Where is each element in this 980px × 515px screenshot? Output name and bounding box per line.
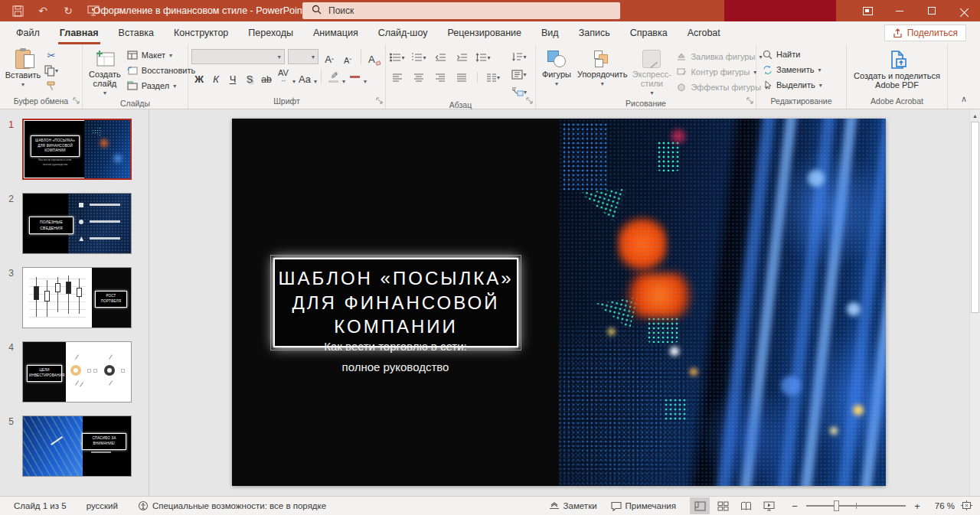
tab-slideshow[interactable]: Слайд-шоу: [368, 21, 438, 44]
group-acrobat: Создать и поделиться Adobe PDF Adobe Acr…: [847, 44, 948, 109]
slide-editing-area[interactable]: ШАБЛОН «ПОСЫЛКА» ДЛЯ ФИНАНСОВОЙ КОМПАНИИ…: [232, 119, 886, 486]
bold-button[interactable]: Ж: [191, 68, 207, 85]
shapes-button[interactable]: Фигуры ▾: [539, 47, 574, 98]
slide-title-box[interactable]: ШАБЛОН «ПОСЫЛКА» ДЛЯ ФИНАНСОВОЙ КОМПАНИИ: [273, 258, 518, 347]
copy-button[interactable]: ▾: [43, 63, 60, 78]
thumbnail-slide-5[interactable]: 5 СПАСИБО ЗА ВНИМАНИЕ!: [0, 416, 149, 477]
quick-styles-button[interactable]: Экспресс-стили ▾: [630, 47, 673, 98]
align-right-button[interactable]: [432, 70, 449, 85]
clear-formatting-button[interactable]: А: [367, 48, 382, 65]
thumbnail-slide-1[interactable]: 1 ШАБЛОН «ПОСЫЛКА» ДЛЯ ФИНАНСОВОЙ КОМПАН…: [0, 119, 149, 180]
slide-sorter-view-button[interactable]: [713, 497, 733, 514]
start-slideshow-icon[interactable]: [87, 4, 100, 18]
thumbnail-slide-3[interactable]: 3 РОСТ ПОРТФЕЛЯ: [0, 267, 149, 328]
share-button[interactable]: Поделиться: [884, 24, 966, 41]
scrollbar-thumb[interactable]: [971, 122, 979, 313]
search-input[interactable]: [328, 5, 589, 16]
scroll-up-icon[interactable]: ▲: [970, 109, 980, 122]
arrange-button[interactable]: Упорядочить ▾: [574, 47, 630, 98]
font-size-combobox[interactable]: ▾: [288, 49, 318, 64]
minimize-button[interactable]: [884, 0, 916, 21]
save-icon[interactable]: [11, 4, 24, 18]
zoom-in-button[interactable]: +: [912, 500, 923, 512]
account-area[interactable]: [724, 0, 836, 21]
tab-transitions[interactable]: Переходы: [238, 21, 303, 44]
zoom-out-button[interactable]: −: [789, 500, 800, 512]
notes-toggle[interactable]: Заметки: [549, 501, 597, 510]
slide-counter[interactable]: Слайд 1 из 5: [14, 501, 67, 510]
comments-toggle[interactable]: Примечания: [611, 501, 676, 511]
character-spacing-button[interactable]: AV↔: [276, 68, 291, 85]
search-box[interactable]: [302, 2, 620, 19]
thumbnail-slide-4[interactable]: 4 ЦЕЛИ ИНВЕСТИРОВАНИЯ: [0, 341, 149, 403]
zoom-level[interactable]: 76 %: [923, 501, 955, 510]
bullets-button[interactable]: ▾: [389, 50, 406, 65]
tab-insert[interactable]: Вставка: [109, 21, 164, 44]
font-color-button[interactable]: [347, 68, 362, 85]
maximize-button[interactable]: [916, 0, 948, 21]
replace-button[interactable]: Заменить▾: [760, 62, 843, 77]
tab-design[interactable]: Конструктор: [164, 21, 238, 44]
highlight-color-button[interactable]: ✎: [325, 68, 341, 85]
section-button[interactable]: Раздел▾: [124, 78, 198, 93]
reset-button[interactable]: Восстановить: [124, 63, 198, 78]
ribbon-display-options-button[interactable]: [851, 0, 884, 21]
line-spacing-button[interactable]: ▾: [475, 50, 492, 65]
font-name-combobox[interactable]: ▾: [191, 49, 285, 64]
accessibility-status[interactable]: Специальные возможности: все в порядке: [138, 500, 326, 511]
close-button[interactable]: [948, 0, 980, 21]
italic-button[interactable]: К: [208, 68, 224, 85]
redo-icon[interactable]: ↻: [61, 4, 75, 18]
clipboard-dialog-launcher[interactable]: [73, 96, 80, 106]
reading-view-button[interactable]: [736, 497, 756, 514]
tab-record[interactable]: Запись: [569, 21, 620, 44]
format-painter-button[interactable]: [43, 78, 60, 93]
strikethrough-button[interactable]: ab: [259, 68, 274, 85]
title-bar: ↶ ↻ Оформление в финансовом стиле - Powe…: [0, 0, 980, 21]
numbering-button[interactable]: ▾: [410, 50, 427, 65]
slideshow-view-button[interactable]: [759, 497, 779, 514]
underline-button[interactable]: Ч: [225, 68, 240, 85]
select-button[interactable]: Выделить▾: [760, 77, 843, 93]
decrease-indent-button[interactable]: [432, 50, 449, 65]
tab-file[interactable]: Файл: [6, 21, 50, 44]
justify-button[interactable]: [453, 70, 470, 85]
thumbnail-slide-2[interactable]: 2 ПОЛЕЗНЫЕ СВЕДЕНИЯ: [0, 193, 149, 254]
fit-slide-button[interactable]: [961, 500, 972, 512]
align-center-button[interactable]: [410, 70, 427, 85]
cut-button[interactable]: ✂: [43, 47, 60, 63]
tab-acrobat[interactable]: Acrobat: [678, 21, 730, 44]
paragraph-dialog-launcher[interactable]: [526, 96, 533, 106]
tab-help[interactable]: Справка: [620, 21, 678, 44]
vertical-scrollbar[interactable]: ▲: [969, 109, 980, 496]
create-adobe-pdf-button[interactable]: Создать и поделиться Adobe PDF: [850, 47, 944, 96]
slide-canvas[interactable]: ШАБЛОН «ПОСЫЛКА» ДЛЯ ФИНАНСОВОЙ КОМПАНИИ…: [149, 109, 980, 496]
normal-view-button[interactable]: [690, 497, 710, 514]
text-direction-button[interactable]: ▾: [506, 49, 532, 64]
collapse-ribbon-button[interactable]: ∧: [961, 94, 967, 104]
undo-icon[interactable]: ↶: [36, 4, 50, 18]
paste-button[interactable]: Вставить ▾: [3, 47, 43, 96]
drawing-dialog-launcher[interactable]: [746, 96, 753, 106]
tab-home[interactable]: Главная: [50, 21, 109, 44]
text-shadow-button[interactable]: S: [242, 68, 257, 85]
tab-review[interactable]: Рецензирование: [437, 21, 531, 44]
find-button[interactable]: Найти: [760, 47, 843, 62]
tab-animations[interactable]: Анимация: [303, 21, 368, 44]
grow-font-button[interactable]: Аˆ: [322, 48, 337, 65]
customize-qat-icon[interactable]: [112, 4, 126, 18]
language-indicator[interactable]: русский: [87, 501, 118, 510]
zoom-slider-thumb[interactable]: [834, 500, 839, 511]
new-slide-button[interactable]: Создать слайд ▾: [86, 47, 124, 98]
layout-button[interactable]: Макет▾: [124, 47, 198, 63]
shrink-font-button[interactable]: Аˇ: [340, 48, 355, 65]
zoom-slider[interactable]: [806, 505, 906, 507]
font-dialog-launcher[interactable]: [376, 96, 383, 106]
align-left-button[interactable]: [389, 70, 406, 85]
increase-indent-button[interactable]: [453, 50, 470, 65]
align-text-button[interactable]: ▾: [506, 67, 532, 82]
change-case-button[interactable]: Aa: [297, 68, 312, 85]
columns-button[interactable]: ▾: [485, 70, 501, 85]
slide-subtitle[interactable]: Как вести торговлю в сети: полное руково…: [232, 336, 559, 377]
tab-view[interactable]: Вид: [531, 21, 569, 44]
